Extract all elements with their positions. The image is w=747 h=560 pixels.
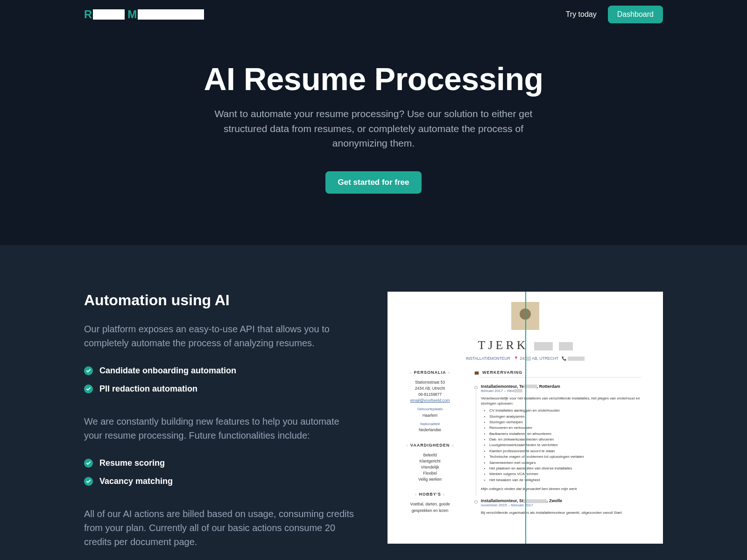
bullet-item: Het bewaken van de veiligheid xyxy=(489,477,651,483)
personalia-heading: PERSONALIA xyxy=(400,370,460,375)
automation-para1: Our platform exposes an easy-to-use API … xyxy=(84,322,355,350)
skill-item: Beleefd xyxy=(400,452,460,458)
automation-section: Automation using AI Our platform exposes… xyxy=(0,245,747,560)
dashboard-button[interactable]: Dashboard xyxy=(608,6,663,23)
bullet-item: Het plaatsen en aansluiten van diverse i… xyxy=(489,466,651,471)
resume-first-name: TJERK xyxy=(478,338,529,352)
job-title-prefix: Installatiemonteur, St xyxy=(481,498,523,503)
birthplace-label: Geboorteplaats xyxy=(400,406,460,412)
bullet-item: Samenwerken met collega's xyxy=(489,460,651,466)
job-entry: Installatiemonteur, St, Zwolle november … xyxy=(474,498,651,515)
bullet-item: Klanten professioneel te woord te staan xyxy=(489,448,651,454)
job-title: Installatiemonteur, Te, Rotterdam xyxy=(481,384,651,389)
redacted-block xyxy=(514,389,522,392)
feature-item: Resume scoring xyxy=(84,458,355,468)
experience-heading: 💼WERKERVARING xyxy=(474,370,651,379)
anonymize-divider xyxy=(525,292,526,544)
hero-subtitle: Want to automate your resume processing?… xyxy=(205,106,542,151)
job-date: november 2015 – februari 2017 xyxy=(481,503,651,507)
bullet-item: Technische vragen of problemen tot oplos… xyxy=(489,454,651,460)
job-title: Installatiemonteur, St, Zwolle xyxy=(481,498,651,503)
job-entry: Installatiemonteur, Te, Rotterdam februa… xyxy=(474,384,651,491)
hobbies-heading: HOBBY'S xyxy=(400,492,460,497)
current-features-list: Candidate onboarding automation PII reda… xyxy=(84,366,355,394)
check-icon xyxy=(84,459,93,468)
hero-title: AI Resume Processing xyxy=(0,61,747,97)
logo-letter-r: R xyxy=(84,8,92,21)
nav-actions: Try today Dashboard xyxy=(566,6,663,23)
hero-section: AI Resume Processing Want to automate yo… xyxy=(0,29,747,245)
bullet-item: Werken volgens VCA normen xyxy=(489,471,651,477)
logo-redacted-block xyxy=(93,9,125,20)
logo-letter-m: M xyxy=(127,8,137,21)
skill-item: Vriendelijk xyxy=(400,464,460,470)
resume-role: INSTALLATIEMONTEUR xyxy=(466,356,510,361)
redacted-block xyxy=(559,342,573,350)
get-started-button[interactable]: Get started for free xyxy=(325,171,421,194)
top-nav: R M Try today Dashboard xyxy=(0,0,747,29)
feature-label: PII redaction automation xyxy=(99,384,197,394)
job-title-prefix: Installatiemonteur, Te xyxy=(481,384,524,389)
feature-item: Vacancy matching xyxy=(84,476,355,486)
nationality-value: Nederlandse xyxy=(400,427,460,433)
resume-sidebar: PERSONALIA Stationsstraat 53 2434 AB, Ut… xyxy=(400,370,460,523)
job-title-suffix: , Zwolle xyxy=(547,498,562,503)
hobbies-content: Voetbal, darten, goede gesprekken en lez… xyxy=(400,501,460,513)
job-quote: Mijn collega's vinden dat ik proactief b… xyxy=(481,487,651,491)
automation-heading: Automation using AI xyxy=(84,292,355,309)
check-icon xyxy=(84,477,93,486)
redacted-block xyxy=(534,342,553,350)
resume-postal: 2434 AB, Utrecht xyxy=(400,385,460,392)
job-desc: Verantwoordelijk voor het installeren va… xyxy=(481,396,651,406)
resume-preview-image: TJERK INSTALLATIEMONTEUR 📍 243 AB, UTREC… xyxy=(388,292,663,544)
logo[interactable]: R M xyxy=(84,8,204,21)
skill-item: Veilig werken xyxy=(400,476,460,483)
experience-label: WERKERVARING xyxy=(482,370,522,375)
bullet-item: Badkamers installeren en afmonteren xyxy=(489,431,651,437)
resume-street: Stationsstraat 53 xyxy=(400,379,460,385)
redacted-block xyxy=(526,357,531,361)
briefcase-icon: 💼 xyxy=(474,371,479,375)
job-bullets: CV installaties aanleggen en onderhouden… xyxy=(489,408,651,483)
resume-main: 💼WERKERVARING Installatiemonteur, Te, Ro… xyxy=(474,370,651,523)
check-icon xyxy=(84,366,93,375)
automation-text-column: Automation using AI Our platform exposes… xyxy=(84,292,355,549)
resume-phone: 06-81159877 xyxy=(400,392,460,398)
bullet-item: CV installaties aanleggen en onderhouden xyxy=(489,408,651,413)
feature-label: Resume scoring xyxy=(99,458,165,468)
resume-city: AB, UTRECHT xyxy=(532,356,558,361)
bullet-item: Storingen verhelpen xyxy=(489,420,651,425)
redacted-block xyxy=(568,357,585,361)
feature-item: Candidate onboarding automation xyxy=(84,366,355,376)
bullet-item: Storingen analyseren xyxy=(489,414,651,420)
job-date-prefix: februari 2017 – Hed xyxy=(481,389,514,393)
logo-redacted-block xyxy=(138,9,204,20)
redacted-block xyxy=(523,499,547,503)
automation-para2: We are constantly building new features … xyxy=(84,414,355,442)
birthplace-value: Haarlem xyxy=(400,413,460,419)
feature-label: Candidate onboarding automation xyxy=(99,366,236,376)
bullet-item: Renoveren en verbouwen xyxy=(489,425,651,431)
nationality-label: Nationaliteit xyxy=(400,421,460,427)
skills-content: Beleefd Klantgericht Vriendelijk Flexibe… xyxy=(400,452,460,483)
skill-item: Flexibel xyxy=(400,470,460,476)
skills-heading: VAARDIGHEDEN xyxy=(400,443,460,448)
feature-item: PII redaction automation xyxy=(84,384,355,394)
bullet-item: Loodgieterswerkzaamheden te verrichten xyxy=(489,442,651,448)
check-icon xyxy=(84,385,93,393)
job-title-suffix: , Rotterdam xyxy=(537,384,560,389)
skill-item: Klantgericht xyxy=(400,458,460,464)
resume-email: email@voorbeeld.com xyxy=(410,398,450,403)
personalia-content: Stationsstraat 53 2434 AB, Utrecht 06-81… xyxy=(400,379,460,434)
bullet-item: Dak- en zinkwerkzaamheden uitvoeren xyxy=(489,437,651,442)
feature-label: Vacancy matching xyxy=(99,476,173,486)
future-features-list: Resume scoring Vacancy matching xyxy=(84,458,355,486)
try-today-link[interactable]: Try today xyxy=(566,10,597,19)
resume-preview-column: TJERK INSTALLATIEMONTEUR 📍 243 AB, UTREC… xyxy=(388,292,663,544)
job-date: februari 2017 – Hed xyxy=(481,389,651,393)
job-desc: Bij verschillende organisaties als insta… xyxy=(481,510,651,515)
automation-para3: All of our AI actions are billed based o… xyxy=(84,507,355,549)
